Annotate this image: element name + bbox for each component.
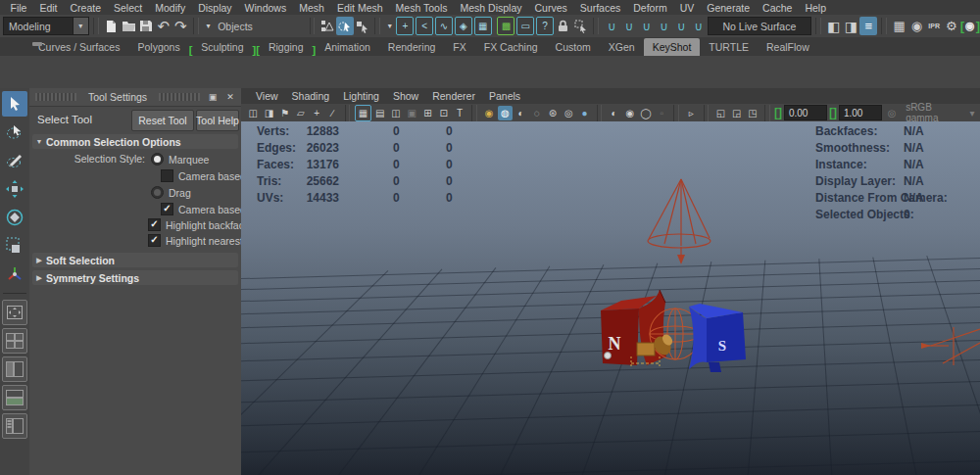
all-lights-icon[interactable]: ◌: [529, 106, 544, 120]
close-panel-icon[interactable]: ✕: [223, 91, 237, 103]
render-view-icon[interactable]: ▦: [891, 17, 908, 35]
grease-pencil-icon[interactable]: ∕: [325, 106, 340, 120]
menu-cache[interactable]: Cache: [757, 2, 799, 14]
highlight-nearest-checkbox[interactable]: ✓ Highlight nearest com: [148, 234, 242, 247]
shaded-mode-icon[interactable]: ◐: [607, 106, 621, 120]
mask-help-icon[interactable]: ?: [536, 17, 554, 35]
shadows-icon[interactable]: ⊛: [545, 106, 560, 120]
menu-uv[interactable]: UV: [673, 2, 701, 14]
shelf-tab-polygons[interactable]: Polygons: [128, 38, 188, 56]
view-layer-3-icon[interactable]: ◳: [745, 106, 760, 120]
camera-based-selection-checkbox[interactable]: ✓ Camera based sel: [161, 169, 242, 182]
highlight-backfaces-checkbox[interactable]: ✓ Highlight backfaces: [148, 218, 242, 231]
paint-select-tool-button[interactable]: [2, 148, 27, 173]
motion-blur-icon[interactable]: ●: [577, 106, 592, 120]
camera-attributes-icon[interactable]: ◨: [262, 106, 276, 120]
menu-set-dropdown[interactable]: Modeling ▾: [3, 17, 89, 35]
layout-two-pane-stacked-button[interactable]: [2, 385, 27, 410]
drag-radio[interactable]: Drag: [151, 186, 191, 199]
render-settings-icon[interactable]: ⚙: [943, 17, 960, 35]
cone-wireframe-object[interactable]: [648, 179, 710, 264]
edge-wireframe-object[interactable]: [921, 327, 980, 365]
menu-surfaces[interactable]: Surfaces: [573, 2, 626, 14]
safe-title-icon[interactable]: T: [452, 106, 466, 120]
panel-menu-panels[interactable]: Panels: [482, 90, 527, 102]
shelf-tab-rigging[interactable]: Rigging: [260, 38, 313, 56]
panel-menu-lighting[interactable]: Lighting: [336, 90, 386, 102]
section-common-selection-options[interactable]: ▼ Common Selection Options: [32, 134, 238, 149]
select-object-icon[interactable]: [336, 17, 354, 35]
grid-toggle-icon[interactable]: ▦: [355, 105, 371, 121]
section-symmetry-settings[interactable]: ▶ Symmetry Settings: [32, 270, 238, 285]
color-wheel-icon[interactable]: ◉: [481, 106, 496, 120]
mask-caret-icon[interactable]: ▾: [384, 17, 395, 35]
menu-display[interactable]: Display: [192, 2, 238, 14]
image-plane-icon[interactable]: ▱: [293, 106, 308, 120]
bookmark-icon[interactable]: ⚑: [277, 106, 292, 120]
menu-mesh[interactable]: Mesh: [293, 2, 331, 14]
checkbox-unchecked-icon[interactable]: ✓: [161, 169, 173, 182]
section-soft-selection[interactable]: ▶ Soft Selection: [32, 253, 238, 267]
panel-menu-renderer[interactable]: Renderer: [425, 90, 482, 102]
radio-unselected-icon[interactable]: [151, 186, 164, 199]
textured-mode-icon[interactable]: ◉: [622, 106, 637, 120]
shelf-tab-animation[interactable]: Animation: [316, 38, 379, 56]
menu-set-caret-icon[interactable]: ▾: [73, 18, 88, 34]
tool-settings-titlebar[interactable]: Tool Settings ▣ ✕: [29, 88, 241, 107]
save-scene-icon[interactable]: [137, 17, 155, 35]
selection-mask-caret-icon[interactable]: ▾: [203, 17, 214, 35]
menu-curves[interactable]: Curves: [528, 2, 573, 14]
mask-all-icon[interactable]: +: [396, 17, 414, 35]
select-component-icon[interactable]: [354, 17, 371, 35]
open-scene-icon[interactable]: [120, 17, 137, 35]
shelf-tab-keyshot[interactable]: KeyShot: [644, 38, 701, 56]
snap-view-plane-icon[interactable]: ∪: [672, 17, 690, 35]
output-connections-icon[interactable]: ◨: [843, 17, 860, 35]
safe-action-icon[interactable]: ⊡: [436, 106, 451, 120]
lasso-tool-button[interactable]: [2, 119, 27, 145]
shelf-tab-realflow[interactable]: RealFlow: [758, 38, 818, 56]
shelf-tab-rendering[interactable]: Rendering: [379, 38, 444, 56]
menu-deform[interactable]: Deform: [627, 2, 673, 14]
layout-outliner-persp-button[interactable]: [2, 413, 27, 439]
mask-mesh-icon[interactable]: ▩: [497, 17, 514, 35]
exposure-field[interactable]: 0.00: [784, 105, 827, 120]
ipr-render-icon[interactable]: IPR: [925, 17, 943, 35]
mask-handles-icon[interactable]: <: [416, 17, 433, 35]
color-management-icon[interactable]: ◎: [884, 106, 899, 120]
snap-grid-icon[interactable]: ∪: [603, 17, 620, 35]
gate-mask-icon[interactable]: ▣: [405, 106, 419, 120]
3d-viewport-canvas[interactable]: N: [241, 121, 980, 475]
shelf-tab-curves-surfaces[interactable]: Curves / Surfaces: [29, 38, 128, 56]
input-connections-icon[interactable]: ◧: [825, 17, 843, 35]
view-layer-2-icon[interactable]: ◲: [729, 106, 744, 120]
resolution-gate-icon[interactable]: ◫: [388, 106, 403, 120]
default-lighting-icon[interactable]: ◍: [498, 106, 513, 120]
select-hierarchy-icon[interactable]: [318, 17, 336, 35]
field-chart-icon[interactable]: ⊞: [420, 106, 435, 120]
move-tool-button[interactable]: [2, 176, 27, 202]
new-scene-icon[interactable]: [103, 17, 121, 35]
select-camera-icon[interactable]: ◫: [246, 106, 261, 120]
menu-modify[interactable]: Modify: [149, 2, 192, 14]
menu-mesh-display[interactable]: Mesh Display: [454, 2, 528, 14]
shelf-tab-xgen[interactable]: XGen: [600, 38, 644, 56]
film-gate-icon[interactable]: ▤: [372, 106, 387, 120]
small-sphere-object[interactable]: [605, 353, 612, 359]
make-live-icon[interactable]: ∪: [690, 17, 708, 35]
panel-menu-shading[interactable]: Shading: [285, 90, 337, 102]
gamma-field[interactable]: 1.00: [839, 105, 882, 120]
pan-zoom-icon[interactable]: +: [310, 106, 324, 120]
xray-mode-icon[interactable]: ▫: [655, 106, 669, 120]
flat-lighting-icon[interactable]: ◐: [514, 106, 528, 120]
menu-generate[interactable]: Generate: [701, 2, 757, 14]
live-surface-field[interactable]: No Live Surface: [708, 17, 812, 35]
reset-tool-button[interactable]: Reset Tool: [131, 110, 194, 131]
scale-tool-button[interactable]: [2, 233, 27, 259]
shelf-tab-sculpting[interactable]: Sculpting: [192, 38, 252, 56]
menu-windows[interactable]: Windows: [238, 2, 293, 14]
shelf-tab-custom[interactable]: Custom: [547, 38, 600, 56]
menu-create[interactable]: Create: [64, 2, 108, 14]
checkbox-checked-icon[interactable]: ✓: [148, 218, 161, 231]
isolate-select-icon[interactable]: ▹: [684, 106, 699, 120]
